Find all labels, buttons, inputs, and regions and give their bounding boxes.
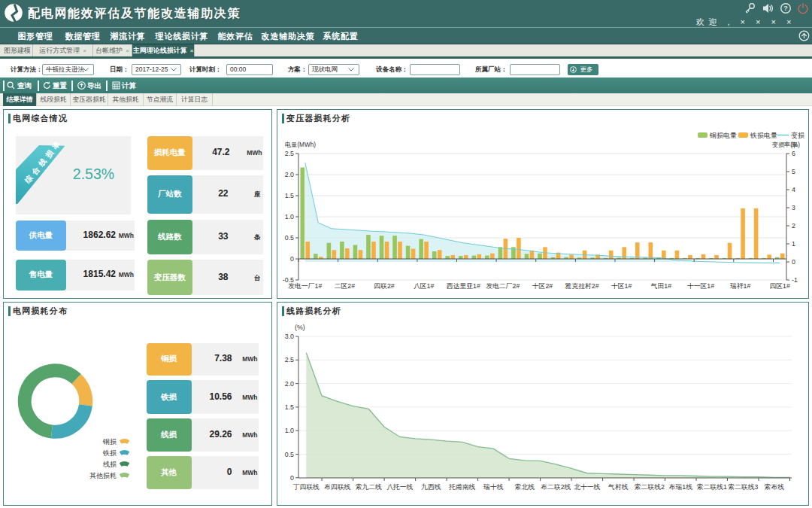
svg-text:(%): (%) [295, 324, 305, 331]
svg-text:索九二线: 索九二线 [356, 483, 382, 491]
svg-text:索布线: 索布线 [765, 483, 785, 491]
svg-text:4: 4 [792, 186, 795, 193]
svg-text:二区2#: 二区2# [335, 282, 355, 290]
svg-text:丁四联线: 丁四联线 [293, 483, 320, 491]
svg-text:5: 5 [792, 168, 795, 175]
svg-text:发电二厂2#: 发电二厂2# [486, 282, 520, 290]
svg-text:2.5: 2.5 [285, 356, 294, 364]
svg-text:八区1#: 八区1# [414, 282, 434, 290]
svg-text:6: 6 [792, 150, 795, 157]
svg-text:1.5: 1.5 [285, 403, 294, 411]
svg-text:瑞十线: 瑞十线 [483, 483, 504, 491]
svg-text:-1: -1 [792, 276, 798, 284]
svg-text:北十一线: 北十一线 [574, 483, 600, 491]
svg-text:索二联线2: 索二联线2 [635, 483, 665, 491]
svg-text:雅克拉村2#: 雅克拉村2# [565, 282, 599, 290]
svg-text:2.0: 2.0 [285, 171, 294, 178]
svg-text:3: 3 [792, 204, 795, 211]
svg-text:0: 0 [290, 474, 294, 482]
svg-text:2: 2 [792, 222, 795, 230]
svg-text:索北线: 索北线 [515, 483, 535, 491]
svg-text:十区1#: 十区1# [611, 282, 632, 290]
svg-text:0: 0 [792, 258, 795, 266]
svg-text:2.0: 2.0 [285, 380, 294, 388]
svg-text:布瑞1线: 布瑞1线 [669, 483, 692, 491]
svg-text:?: ? [783, 5, 788, 12]
svg-text:0.5: 0.5 [285, 234, 294, 242]
svg-text:气村线: 气村线 [608, 483, 629, 491]
svg-text:西达里亚1#: 西达里亚1# [447, 282, 480, 290]
svg-text:八托一线: 八托一线 [386, 483, 413, 491]
svg-text:0: 0 [290, 255, 294, 263]
svg-text:1: 1 [792, 240, 795, 248]
svg-text:气田1#: 气田1# [651, 282, 671, 290]
svg-text:1.0: 1.0 [285, 427, 294, 434]
svg-text:九西线: 九西线 [421, 483, 441, 491]
svg-text:布四联线: 布四联线 [324, 483, 350, 491]
svg-text:十一区1#: 十一区1# [687, 282, 714, 290]
svg-text:布二联2线: 布二联2线 [541, 483, 571, 491]
svg-text:四联2#: 四联2# [374, 282, 394, 290]
svg-text:托甫南线: 托甫南线 [448, 483, 475, 491]
svg-text:1.5: 1.5 [285, 192, 294, 199]
svg-text:索二联线1: 索二联线1 [697, 483, 727, 491]
svg-text:十区2#: 十区2# [532, 282, 553, 290]
svg-text:0.5: 0.5 [285, 451, 294, 458]
svg-text:2.5: 2.5 [285, 150, 294, 157]
svg-text:3.0: 3.0 [285, 333, 294, 340]
svg-text:四区1#: 四区1# [770, 282, 790, 290]
svg-text:发电一厂1#: 发电一厂1# [288, 282, 322, 290]
svg-text:索二联线3: 索二联线3 [728, 483, 758, 491]
svg-text:1.0: 1.0 [285, 213, 294, 221]
svg-text:瑞祥1#: 瑞祥1# [729, 282, 750, 290]
